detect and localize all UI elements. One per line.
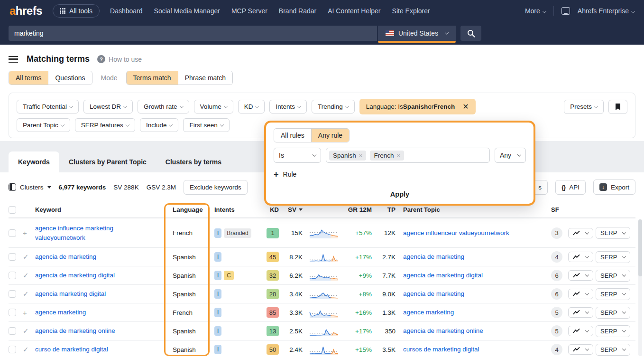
check-icon[interactable]: ✓ xyxy=(23,327,35,335)
filter-volume[interactable]: Volume xyxy=(194,100,233,113)
parent-topic-link[interactable]: agencia de marketing xyxy=(403,289,464,299)
trend-chart-button[interactable] xyxy=(568,289,593,299)
nav-enterprise[interactable]: Ahrefs Enterprise xyxy=(578,7,635,15)
parent-topic-link[interactable]: agence marketing xyxy=(403,308,454,317)
check-icon[interactable]: ✓ xyxy=(23,271,35,280)
apply-button[interactable]: Apply xyxy=(266,185,534,204)
filter-kd[interactable]: KD xyxy=(238,100,265,113)
term-tab-questions[interactable]: Questions xyxy=(48,71,92,85)
column-header-keyword[interactable]: Keyword xyxy=(35,206,166,213)
remove-tag-icon[interactable]: × xyxy=(396,152,400,159)
filter-include[interactable]: Include xyxy=(140,118,179,132)
parent-topic-link[interactable]: agence influenceur valueyournetwork xyxy=(403,228,509,238)
menu-icon[interactable] xyxy=(9,56,18,63)
clusters-toggle[interactable]: Clusters xyxy=(9,183,51,191)
row-checkbox[interactable] xyxy=(9,272,16,279)
nav-item-ai-content-helper[interactable]: AI Content Helper xyxy=(328,7,380,15)
row-checkbox[interactable] xyxy=(9,327,16,335)
filter-lowest-dr[interactable]: Lowest DR xyxy=(83,100,133,113)
all-tools-button[interactable]: All tools xyxy=(53,4,100,18)
keyword-link[interactable]: agencia marketing digital xyxy=(35,289,106,299)
tab-clusters-by-parent-topic[interactable]: Clusters by Parent Topic xyxy=(59,151,156,172)
column-header-sv[interactable]: SV xyxy=(279,206,303,213)
mode-tab-terms-match[interactable]: Terms match xyxy=(127,71,178,85)
close-icon[interactable]: ✕ xyxy=(462,102,469,111)
trend-chart-button[interactable] xyxy=(568,307,593,318)
serp-button[interactable]: SERP xyxy=(596,227,630,239)
check-icon[interactable]: ✓ xyxy=(23,253,35,261)
term-tab-all-terms[interactable]: All terms xyxy=(9,71,48,85)
remove-tag-icon[interactable]: × xyxy=(359,152,363,159)
column-header-kd[interactable]: KD xyxy=(260,206,279,213)
country-selector[interactable]: United States xyxy=(378,26,456,41)
column-header-language[interactable]: Language xyxy=(166,206,210,213)
filter-serp-features[interactable]: SERP features xyxy=(75,118,135,132)
add-rule-button[interactable]: + Rule xyxy=(274,170,526,179)
column-header-parent-topic[interactable]: Parent Topic xyxy=(396,206,547,213)
nav-more[interactable]: More xyxy=(525,7,546,15)
scrollbar[interactable] xyxy=(638,219,642,356)
check-icon[interactable]: ✓ xyxy=(23,290,35,298)
language-tags-input[interactable]: Spanish×French× xyxy=(326,148,490,163)
export-button[interactable]: ↓Export xyxy=(593,180,635,195)
filter-first-seen[interactable]: First seen xyxy=(183,118,229,132)
keyword-link[interactable]: agencia de marketing online xyxy=(35,326,115,336)
trend-chart-button[interactable] xyxy=(568,344,593,355)
row-checkbox[interactable] xyxy=(9,309,16,316)
filter-growth-rate[interactable]: Growth rate xyxy=(138,100,189,113)
serp-button[interactable]: SERP xyxy=(596,288,630,300)
bookmark-button[interactable] xyxy=(608,100,627,114)
column-header-gr12m[interactable]: GR 12M xyxy=(340,206,372,213)
parent-topic-link[interactable]: agencia de marketing digital xyxy=(403,271,483,280)
exclude-keywords-button[interactable]: Exclude keywords xyxy=(184,180,248,195)
parent-topic-link[interactable]: agencia de marketing xyxy=(403,252,464,262)
nav-item-dashboard[interactable]: Dashboard xyxy=(110,7,143,15)
tab-clusters-by-terms[interactable]: Clusters by terms xyxy=(156,151,231,172)
keyword-link[interactable]: agencia de marketing digital xyxy=(35,271,115,280)
presets-button[interactable]: Presets xyxy=(564,100,604,114)
row-checkbox[interactable] xyxy=(9,229,16,237)
serp-button[interactable]: SERP xyxy=(596,344,630,356)
filter-intents[interactable]: Intents xyxy=(269,100,307,113)
filter-traffic-potential[interactable]: Traffic Potential xyxy=(17,100,79,113)
keyword-link[interactable]: agence influence marketing valueyournetw… xyxy=(35,224,161,242)
row-checkbox[interactable] xyxy=(9,346,16,353)
trend-chart-button[interactable] xyxy=(568,326,593,336)
column-header-tp[interactable]: TP xyxy=(372,206,396,213)
how-to-use-link[interactable]: ? How to use xyxy=(97,55,142,63)
trend-chart-button[interactable] xyxy=(568,270,593,281)
add-keyword-icon[interactable]: + xyxy=(23,229,35,237)
column-header-intents[interactable]: Intents xyxy=(210,206,260,213)
search-input[interactable] xyxy=(9,26,377,41)
language-filter-chip[interactable]: Language: Is Spanish or French✕ xyxy=(359,99,476,114)
api-button[interactable]: { }API xyxy=(555,180,586,195)
add-keyword-icon[interactable]: + xyxy=(23,309,35,317)
search-button[interactable] xyxy=(460,26,481,41)
select-all-checkbox[interactable] xyxy=(9,206,16,214)
parent-topic-link[interactable]: agencia de marketing online xyxy=(403,326,483,336)
serp-button[interactable]: SERP xyxy=(596,325,630,337)
trend-chart-button[interactable] xyxy=(568,252,593,262)
keyword-link[interactable]: agencia de marketing xyxy=(35,252,96,262)
operator-select[interactable]: Is xyxy=(274,148,321,163)
check-icon[interactable]: ✓ xyxy=(23,345,35,354)
rules-tab-any-rule[interactable]: Any rule xyxy=(311,129,349,142)
keyword-link[interactable]: curso de marketing digital xyxy=(35,345,108,354)
nav-item-site-explorer[interactable]: Site Explorer xyxy=(392,7,430,15)
parent-topic-link[interactable]: cursos de marketing digital xyxy=(403,345,479,354)
filter-trending[interactable]: Trending xyxy=(312,100,355,113)
serp-button[interactable]: SERP xyxy=(596,251,630,263)
tab-keywords[interactable]: Keywords xyxy=(9,151,59,172)
row-checkbox[interactable] xyxy=(9,290,16,298)
nav-item-brand-radar[interactable]: Brand Radar xyxy=(279,7,316,15)
nav-item-mcp-server[interactable]: MCP Server xyxy=(231,7,267,15)
row-checkbox[interactable] xyxy=(9,253,16,261)
filter-parent-topic[interactable]: Parent Topic xyxy=(17,118,70,132)
rules-tab-all-rules[interactable]: All rules xyxy=(274,129,311,142)
keyword-link[interactable]: agence marketing xyxy=(35,308,86,317)
scrollbar-thumb[interactable] xyxy=(638,219,642,276)
match-select[interactable]: Any xyxy=(495,148,526,163)
mode-tab-phrase-match[interactable]: Phrase match xyxy=(178,71,232,85)
ahrefs-logo[interactable]: ahrefs xyxy=(9,4,42,18)
trend-chart-button[interactable] xyxy=(568,228,593,238)
